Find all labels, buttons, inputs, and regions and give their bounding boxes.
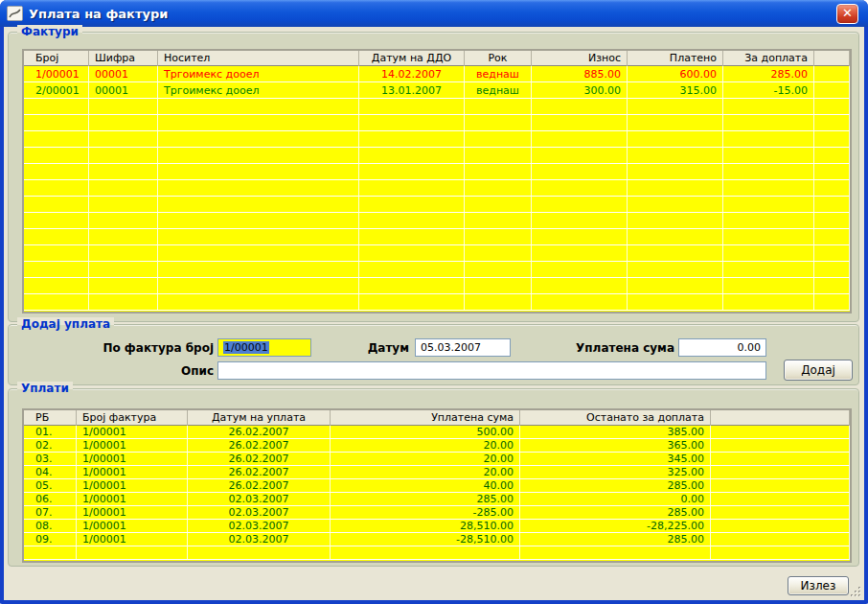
column-header[interactable]: Број фактура — [77, 410, 188, 426]
table-row[interactable]: 06.1/0000102.03.2007285.000.00 — [24, 493, 850, 506]
table-row[interactable]: 1/0000100001Тргоимекс дооел14.02.2007вед… — [24, 66, 850, 82]
cell — [158, 99, 359, 114]
cell — [814, 213, 850, 228]
exit-button[interactable]: Излез — [788, 576, 849, 595]
cell: 2/00001 — [24, 82, 89, 98]
table-row[interactable] — [24, 278, 850, 294]
cell: Тргоимекс дооел — [158, 66, 359, 81]
column-header[interactable] — [814, 51, 850, 66]
table-row[interactable]: 08.1/0000102.03.200728,510.00-28,225.00 — [24, 520, 850, 533]
column-header[interactable]: Останато за доплата — [520, 410, 711, 426]
cell — [532, 197, 628, 212]
cell — [24, 213, 89, 228]
title-bar[interactable]: Уплата на фактури ✕ — [0, 0, 868, 27]
cell: 1/00001 — [77, 466, 188, 478]
column-header[interactable]: За доплата — [723, 51, 814, 66]
cell: 1/00001 — [24, 66, 89, 81]
cell: 385.00 — [520, 426, 711, 438]
cell: 26.02.2007 — [188, 426, 331, 438]
cell — [24, 245, 89, 261]
cell — [814, 180, 850, 196]
cell — [711, 479, 850, 492]
cell: 285.00 — [723, 66, 814, 81]
column-header[interactable]: Датум на ДДО — [359, 51, 465, 66]
cell: 20.00 — [331, 466, 520, 478]
cell: 13.01.2007 — [359, 82, 465, 98]
column-header[interactable]: РБ — [24, 410, 77, 426]
table-row[interactable] — [24, 180, 850, 197]
date-input[interactable] — [415, 338, 511, 357]
column-header[interactable] — [711, 410, 850, 426]
table-row[interactable] — [24, 546, 850, 560]
invoice-number-input[interactable]: 1/00001 — [217, 338, 311, 357]
cell — [77, 546, 188, 559]
cell — [711, 520, 850, 532]
cell: -28,510.00 — [331, 533, 520, 546]
cell — [814, 131, 850, 147]
cell: 1/00001 — [77, 493, 188, 505]
table-row[interactable]: 05.1/0000126.02.200740.00285.00 — [24, 479, 850, 493]
cell — [628, 245, 723, 261]
table-row[interactable] — [24, 99, 850, 115]
close-button[interactable]: ✕ — [836, 4, 858, 24]
column-header[interactable]: Износ — [532, 51, 628, 66]
invoice-number-value: 1/00001 — [223, 341, 269, 354]
cell — [532, 262, 628, 277]
column-header[interactable]: Шифра — [89, 51, 158, 66]
cell — [24, 131, 89, 147]
table-row[interactable] — [24, 294, 850, 311]
table-row[interactable]: 07.1/0000102.03.2007-285.00285.00 — [24, 506, 850, 520]
cell — [158, 262, 359, 277]
column-header[interactable]: Платено — [628, 51, 723, 66]
table-header-row: РББрој фактураДатум на уплатаУплатена су… — [24, 410, 850, 426]
table-row[interactable] — [24, 197, 850, 213]
table-row[interactable] — [24, 115, 850, 131]
cell: 285.00 — [520, 479, 711, 492]
table-row[interactable]: 01.1/0000126.02.2007500.00385.00 — [24, 426, 850, 439]
cell: 03. — [24, 453, 77, 465]
cell — [24, 294, 89, 310]
cell — [465, 262, 532, 277]
table-row[interactable] — [24, 131, 850, 148]
table-row[interactable]: 03.1/0000126.02.200720.00345.00 — [24, 453, 850, 466]
cell: 26.02.2007 — [188, 439, 331, 452]
resize-grip[interactable] — [849, 585, 862, 598]
cell — [723, 278, 814, 293]
column-header[interactable]: Број — [24, 51, 89, 66]
window-title: Уплата на фактури — [29, 7, 168, 21]
table-row[interactable] — [24, 148, 850, 164]
cell — [465, 164, 532, 179]
column-header[interactable]: Уплатена сума — [331, 410, 520, 426]
cell: 00001 — [89, 66, 158, 81]
cell: 315.00 — [628, 82, 723, 98]
cell — [628, 294, 723, 310]
cell — [723, 148, 814, 163]
cell — [359, 180, 465, 196]
table-row[interactable] — [24, 164, 850, 180]
table-row[interactable] — [24, 213, 850, 229]
cell: 04. — [24, 466, 77, 478]
description-input[interactable] — [217, 361, 766, 380]
table-row[interactable]: 2/0000100001Тргоимекс дооел13.01.2007вед… — [24, 82, 850, 99]
cell: 600.00 — [628, 66, 723, 81]
cell — [532, 115, 628, 130]
table-row[interactable]: 02.1/0000126.02.200720.00365.00 — [24, 439, 850, 453]
cell — [628, 99, 723, 114]
table-row[interactable]: 09.1/0000102.03.2007-28,510.00285.00 — [24, 533, 850, 546]
table-row[interactable]: 04.1/0000126.02.200720.00325.00 — [24, 466, 850, 479]
cell: 02. — [24, 439, 77, 452]
cell — [359, 197, 465, 212]
cell — [814, 245, 850, 261]
column-header[interactable]: Рок — [465, 51, 532, 66]
table-row[interactable] — [24, 245, 850, 262]
add-button[interactable]: Додај — [784, 360, 853, 381]
cell — [628, 180, 723, 196]
cell: 05. — [24, 479, 77, 492]
table-row[interactable] — [24, 229, 850, 245]
cell: 345.00 — [520, 453, 711, 465]
column-header[interactable]: Носител — [158, 51, 359, 66]
amount-input[interactable] — [678, 338, 766, 357]
table-row[interactable] — [24, 262, 850, 278]
column-header[interactable]: Датум на уплата — [188, 410, 331, 426]
cell — [89, 180, 158, 196]
